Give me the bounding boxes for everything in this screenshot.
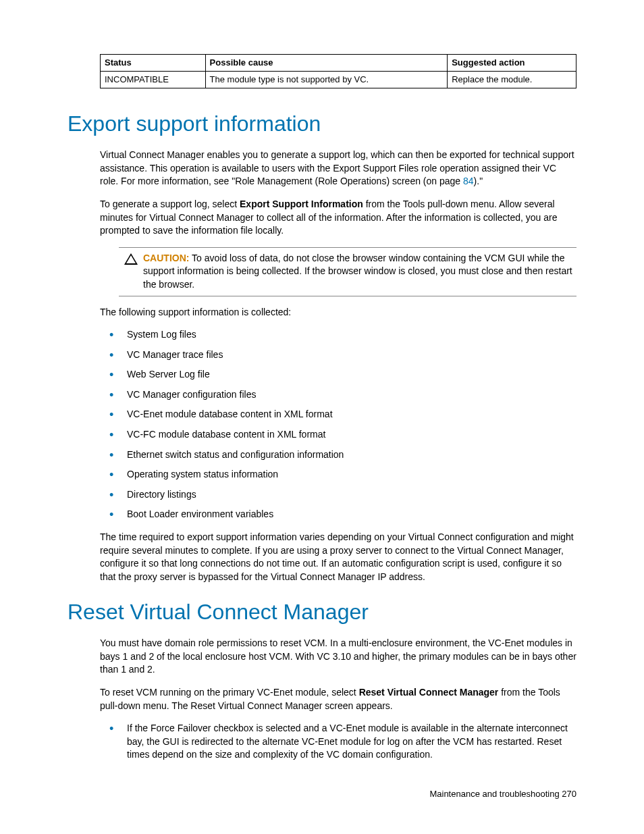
para-collected: The following support information is col… — [100, 306, 576, 319]
menu-export-support: Export Support Information — [240, 199, 363, 209]
reset-bullets: If the Force Failover checkbox is select… — [100, 722, 576, 762]
list-item: VC-Enet module database content in XML f… — [100, 408, 576, 421]
list-item: Web Server Log file — [100, 368, 576, 382]
document-page: Status Possible cause Suggested action I… — [0, 0, 644, 834]
para-intro: Virtual Connect Manager enables you to g… — [100, 149, 576, 188]
list-item: Boot Loader environment variables — [100, 508, 576, 521]
list-item: VC-FC module database content in XML for… — [100, 428, 576, 442]
caution-text: CAUTION: To avoid loss of data, do not c… — [143, 252, 576, 292]
list-item: Operating system status information — [100, 468, 576, 481]
page-footer: Maintenance and troubleshooting 270 — [429, 788, 576, 800]
list-item: VC Manager trace files — [100, 348, 576, 362]
collected-list: System Log files VC Manager trace files … — [100, 328, 576, 521]
list-item: VC Manager configuration files — [100, 388, 576, 402]
list-item: If the Force Failover checkbox is select… — [100, 722, 576, 762]
caution-icon-cell — [119, 252, 143, 292]
col-possible-cause: Possible cause — [205, 55, 448, 72]
table-row: INCOMPATIBLE The module type is not supp… — [101, 72, 576, 88]
page-link-84[interactable]: 84 — [463, 176, 474, 186]
heading-export-support: Export support information — [68, 109, 576, 139]
col-status: Status — [101, 55, 206, 72]
table-header-row: Status Possible cause Suggested action — [101, 55, 576, 72]
para-reset-howto: To reset VCM running on the primary VC-E… — [100, 686, 576, 712]
caution-icon — [124, 253, 138, 265]
cell-action: Replace the module. — [448, 72, 576, 88]
para-reset-perms: You must have domain role permissions to… — [100, 637, 576, 677]
caution-label: CAUTION: — [143, 253, 189, 263]
menu-reset-vcm: Reset Virtual Connect Manager — [359, 687, 499, 698]
col-suggested-action: Suggested action — [448, 55, 576, 72]
para-time-required: The time required to export support info… — [100, 531, 576, 583]
list-item: Directory listings — [100, 488, 576, 502]
heading-reset-vcm: Reset Virtual Connect Manager — [68, 597, 576, 627]
cell-cause: The module type is not supported by VC. — [205, 72, 448, 88]
list-item: System Log files — [100, 328, 576, 342]
list-item: Ethernet switch status and configuration… — [100, 448, 576, 462]
caution-block: CAUTION: To avoid loss of data, do not c… — [119, 247, 576, 296]
status-table: Status Possible cause Suggested action I… — [100, 54, 576, 88]
cell-status: INCOMPATIBLE — [101, 72, 206, 88]
para-generate-log: To generate a support log, select Export… — [100, 198, 576, 238]
